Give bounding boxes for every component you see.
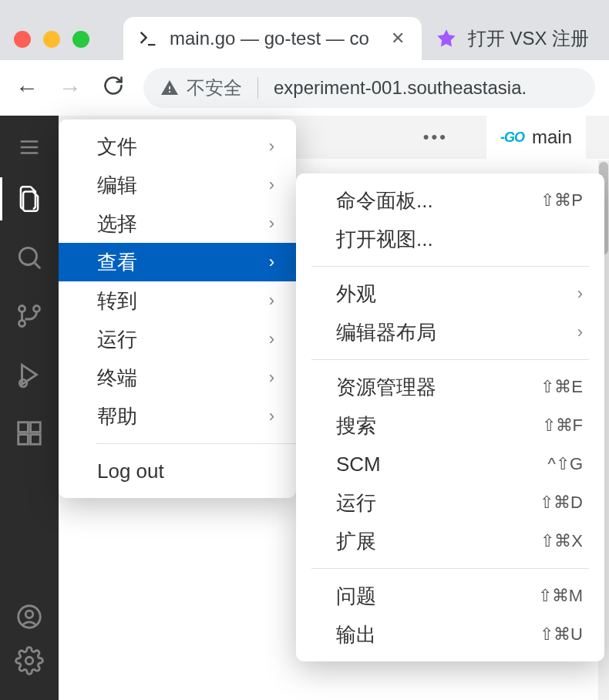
svg-rect-10	[19, 422, 29, 432]
menu-separator	[311, 266, 589, 267]
chevron-right-icon: ›	[269, 252, 274, 272]
window-minimize-button[interactable]	[43, 31, 60, 48]
browser-tab-title: main.go — go-test — co	[170, 28, 369, 49]
traffic-lights	[14, 31, 89, 48]
activity-bar	[0, 116, 59, 700]
main-menu-dropdown: 文件 › 编辑 › 选择 › 查看 › 转到 › 运行 › 终端 › 帮助 › …	[59, 119, 296, 498]
activity-debug[interactable]	[0, 345, 59, 404]
menu-view[interactable]: 查看 ›	[59, 243, 296, 281]
hamburger-menu-button[interactable]	[0, 125, 59, 170]
window-close-button[interactable]	[14, 31, 31, 48]
chevron-right-icon: ›	[577, 284, 583, 304]
divider	[257, 77, 258, 99]
menu-extensions[interactable]: 扩展 ⇧⌘X	[296, 522, 604, 560]
reload-button[interactable]	[100, 75, 126, 102]
warning-icon	[160, 79, 179, 97]
chevron-right-icon: ›	[269, 214, 274, 234]
menu-open-view[interactable]: 打开视图...	[296, 220, 604, 258]
menu-problems[interactable]: 问题 ⇧⌘M	[296, 577, 604, 615]
shortcut: ⇧⌘U	[540, 624, 583, 644]
editor-tab-main[interactable]: -GO main	[486, 116, 586, 159]
activity-search[interactable]	[0, 228, 59, 287]
browser-nav: ← → 不安全 experiment-001.southeastasia.	[0, 60, 609, 116]
address-bar[interactable]: 不安全 experiment-001.southeastasia.	[143, 68, 595, 108]
shortcut: ⇧⌘F	[542, 416, 583, 436]
menu-appearance[interactable]: 外观 ›	[296, 274, 604, 313]
menu-command-palette[interactable]: 命令面板... ⇧⌘P	[296, 181, 604, 220]
view-submenu: 命令面板... ⇧⌘P 打开视图... 外观 › 编辑器布局 › 资源管理器 ⇧…	[296, 173, 604, 661]
back-button[interactable]: ←	[14, 75, 40, 101]
go-file-icon: -GO	[500, 130, 524, 146]
hamburger-icon	[18, 136, 41, 159]
search-icon	[15, 243, 44, 272]
svg-rect-12	[31, 435, 41, 445]
chevron-right-icon: ›	[269, 291, 274, 311]
browser-tabs: main.go — go-test — co ✕ 打开 VSX 注册	[123, 9, 609, 60]
menu-file[interactable]: 文件 ›	[59, 127, 296, 166]
activity-account[interactable]	[0, 587, 59, 646]
svg-rect-11	[19, 435, 29, 445]
gear-icon	[15, 646, 44, 675]
browser-tab-active[interactable]: main.go — go-test — co ✕	[123, 17, 422, 60]
debug-icon	[15, 360, 44, 389]
chevron-right-icon: ›	[269, 329, 274, 349]
menu-scm[interactable]: SCM ^⇧G	[296, 445, 604, 483]
chevron-right-icon: ›	[269, 406, 274, 426]
svg-point-15	[25, 611, 33, 618]
forward-button[interactable]: →	[57, 75, 83, 101]
svg-rect-13	[31, 422, 41, 432]
editor-tab-title: main	[532, 126, 572, 148]
extensions-icon	[15, 419, 44, 448]
shortcut: ⇧⌘M	[538, 586, 583, 606]
menu-edit[interactable]: 编辑 ›	[59, 166, 296, 204]
chevron-right-icon: ›	[577, 322, 583, 342]
menu-run[interactable]: 运行 ›	[59, 320, 296, 358]
svg-point-3	[19, 247, 36, 264]
chevron-right-icon: ›	[269, 175, 274, 195]
menu-separator	[96, 443, 296, 444]
shortcut: ⇧⌘P	[540, 190, 583, 210]
menu-search[interactable]: 搜索 ⇧⌘F	[296, 406, 604, 445]
close-icon[interactable]: ✕	[388, 29, 408, 49]
shortcut: ⇧⌘X	[540, 531, 583, 551]
svg-line-4	[35, 263, 40, 268]
activity-extensions[interactable]	[0, 404, 59, 463]
window-maximize-button[interactable]	[72, 31, 89, 48]
activity-explorer[interactable]	[0, 170, 59, 228]
browser-chrome: main.go — go-test — co ✕ 打开 VSX 注册 ← → 不…	[0, 0, 609, 116]
account-icon	[15, 602, 44, 631]
menu-editor-layout[interactable]: 编辑器布局 ›	[296, 313, 604, 352]
chevron-right-icon: ›	[269, 368, 274, 388]
menu-goto[interactable]: 转到 ›	[59, 281, 296, 320]
svg-point-6	[19, 321, 25, 327]
menu-help[interactable]: 帮助 ›	[59, 397, 296, 436]
branch-icon	[15, 301, 44, 331]
shortcut: ^⇧G	[548, 454, 583, 474]
security-warning: 不安全	[160, 76, 242, 100]
files-icon	[15, 184, 44, 214]
vsx-icon	[436, 28, 457, 49]
activity-settings[interactable]	[0, 646, 59, 677]
svg-point-5	[19, 306, 25, 312]
menu-separator	[311, 568, 589, 569]
menu-explorer[interactable]: 资源管理器 ⇧⌘E	[296, 368, 604, 406]
browser-tab[interactable]: 打开 VSX 注册	[422, 17, 603, 60]
url-text: experiment-001.southeastasia.	[274, 77, 527, 99]
menu-selection[interactable]: 选择 ›	[59, 204, 296, 243]
browser-tab-title: 打开 VSX 注册	[468, 26, 589, 51]
menu-logout[interactable]: Log out	[59, 452, 296, 490]
code-server-icon	[137, 28, 159, 49]
menu-terminal[interactable]: 终端 ›	[59, 358, 296, 397]
more-icon[interactable]: •••	[423, 127, 448, 147]
svg-point-14	[19, 606, 41, 628]
svg-point-16	[25, 657, 33, 665]
security-label: 不安全	[187, 76, 242, 100]
svg-marker-8	[22, 365, 37, 384]
shortcut: ⇧⌘E	[540, 377, 583, 397]
chevron-right-icon: ›	[269, 136, 274, 156]
menu-output[interactable]: 输出 ⇧⌘U	[296, 615, 604, 654]
activity-scm[interactable]	[0, 287, 59, 345]
menu-run-view[interactable]: 运行 ⇧⌘D	[296, 483, 604, 522]
svg-point-7	[34, 306, 40, 312]
menu-separator	[311, 359, 589, 360]
